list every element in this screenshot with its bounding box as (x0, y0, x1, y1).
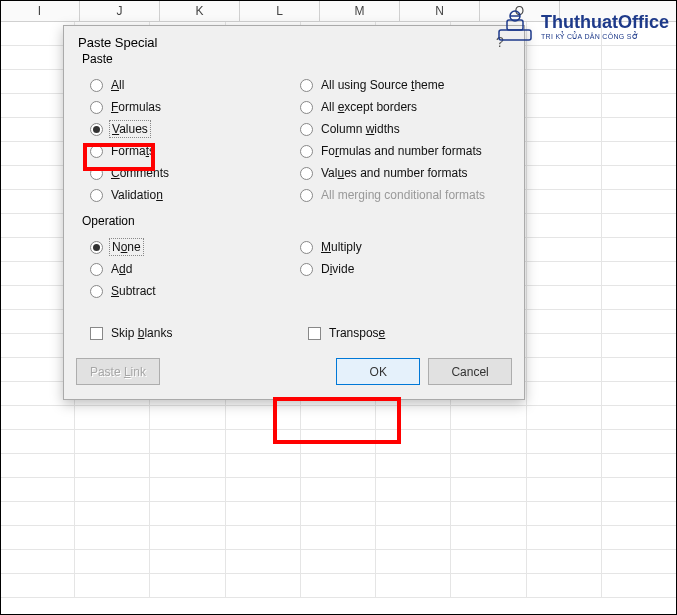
radio-merge_cond: All merging conditional formats (300, 188, 498, 202)
paste-left-col: AllFormulasValuesFormatsCommentsValidati… (84, 74, 294, 210)
watermark-sub: TRI KỶ CỦA DÂN CÔNG SỞ (541, 33, 669, 41)
radio-label-subtract: Subtract (111, 284, 156, 298)
radio-multiply[interactable]: Multiply (300, 240, 498, 254)
watermark: ThuthuatOffice TRI KỶ CỦA DÂN CÔNG SỞ (495, 6, 669, 46)
paste-link-button: Paste Link (76, 358, 160, 385)
radio-label-values_numfmt: Values and number formats (321, 166, 468, 180)
ok-button[interactable]: OK (336, 358, 420, 385)
col-header-I[interactable]: I (0, 0, 80, 21)
operation-group-label: Operation (80, 214, 137, 228)
col-header-M[interactable]: M (320, 0, 400, 21)
radio-label-except_borders: All except borders (321, 100, 417, 114)
radio-label-col_widths: Column widths (321, 122, 400, 136)
radio-none[interactable]: None (90, 240, 288, 254)
radio-values_numfmt[interactable]: Values and number formats (300, 166, 498, 180)
radio-validation[interactable]: Validation (90, 188, 288, 202)
paste-right-col: All using Source themeAll except borders… (294, 74, 504, 210)
radio-formats[interactable]: Formats (90, 144, 288, 158)
col-header-K[interactable]: K (160, 0, 240, 21)
radio-label-merge_cond: All merging conditional formats (321, 188, 485, 202)
col-header-J[interactable]: J (80, 0, 160, 21)
radio-label-source_theme: All using Source theme (321, 78, 444, 92)
watermark-title: ThuthuatOffice (541, 12, 669, 33)
radio-except_borders[interactable]: All except borders (300, 100, 498, 114)
watermark-icon (495, 6, 535, 46)
radio-label-multiply: Multiply (321, 240, 362, 254)
radio-values[interactable]: Values (90, 122, 288, 136)
dialog-title: Paste Special (78, 35, 490, 50)
col-header-L[interactable]: L (240, 0, 320, 21)
radio-subtract[interactable]: Subtract (90, 284, 288, 298)
radio-label-formats: Formats (111, 144, 155, 158)
radio-label-validation: Validation (111, 188, 163, 202)
paste-special-dialog: Paste Special ? Paste AllFormulasValuesF… (63, 25, 525, 400)
radio-label-comments: Comments (111, 166, 169, 180)
op-left-col: NoneAddSubtract (84, 236, 294, 306)
col-header-N[interactable]: N (400, 0, 480, 21)
radio-formulas_numfmt[interactable]: Formulas and number formats (300, 144, 498, 158)
radio-label-values: Values (111, 122, 149, 136)
radio-divide[interactable]: Divide (300, 262, 498, 276)
op-right-col: MultiplyDivide (294, 236, 504, 306)
radio-add[interactable]: Add (90, 262, 288, 276)
radio-label-formulas: Formulas (111, 100, 161, 114)
cancel-button[interactable]: Cancel (428, 358, 512, 385)
operation-group: Operation NoneAddSubtract MultiplyDivide (76, 222, 512, 314)
radio-source_theme[interactable]: All using Source theme (300, 78, 498, 92)
radio-formulas[interactable]: Formulas (90, 100, 288, 114)
radio-label-none: None (111, 240, 142, 254)
paste-group-label: Paste (80, 52, 115, 66)
radio-all[interactable]: All (90, 78, 288, 92)
radio-col_widths[interactable]: Column widths (300, 122, 498, 136)
radio-label-all: All (111, 78, 124, 92)
radio-comments[interactable]: Comments (90, 166, 288, 180)
skip-blanks-checkbox[interactable]: Skip blanks (90, 326, 172, 340)
radio-label-formulas_numfmt: Formulas and number formats (321, 144, 482, 158)
radio-label-add: Add (111, 262, 132, 276)
paste-group: Paste AllFormulasValuesFormatsCommentsVa… (76, 60, 512, 218)
radio-label-divide: Divide (321, 262, 354, 276)
transpose-checkbox[interactable]: Transpose (308, 326, 385, 340)
svg-rect-0 (499, 30, 531, 40)
